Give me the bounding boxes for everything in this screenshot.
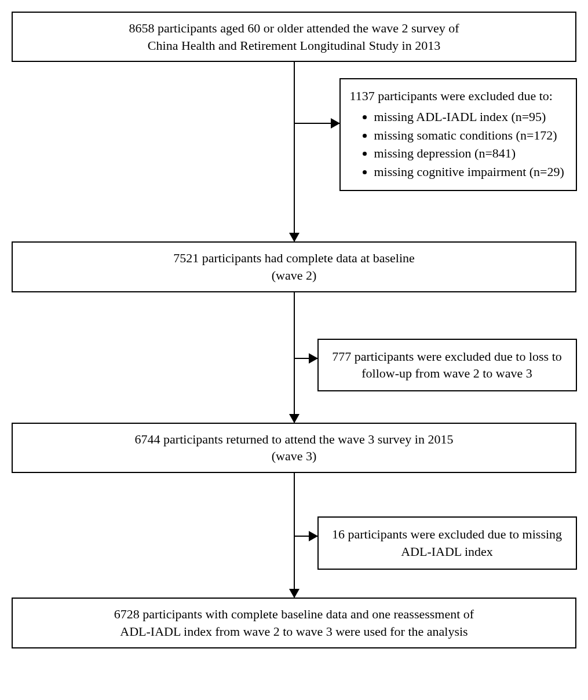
flow-node-wave3: 6744 participants returned to attend the…: [12, 423, 576, 473]
branch-1: [294, 123, 339, 124]
excl1-item-0: missing ADL-IADL index (n=95): [374, 108, 567, 126]
final-line2: ADL-IADL index from wave 2 to wave 3 wer…: [120, 624, 468, 639]
excl1-header: 1137 participants were excluded due to:: [350, 89, 553, 103]
flow-node-start: 8658 participants aged 60 or older atten…: [12, 12, 576, 62]
excl2-line1: 777 participants were excluded due to lo…: [332, 349, 562, 364]
arrow-1: [294, 62, 295, 241]
flow-node-final: 6728 participants with complete baseline…: [12, 598, 576, 648]
branch-2: [294, 358, 317, 359]
excl1-list: missing ADL-IADL index (n=95) missing so…: [350, 108, 567, 181]
excl3-line1: 16 participants were excluded due to mis…: [332, 527, 562, 541]
excl3-line2: ADL-IADL index: [401, 544, 493, 559]
wave3-line1: 6744 participants returned to attend the…: [135, 432, 454, 446]
start-line1: 8658 participants aged 60 or older atten…: [129, 21, 459, 35]
excl1-item-2: missing depression (n=841): [374, 145, 567, 162]
final-line1: 6728 participants with complete baseline…: [114, 607, 474, 621]
baseline-line2: (wave 2): [272, 268, 317, 283]
flow-node-excl2: 777 participants were excluded due to lo…: [317, 339, 577, 391]
flow-node-baseline: 7521 participants had complete data at b…: [12, 241, 576, 292]
excl1-item-3: missing cognitive impairment (n=29): [374, 163, 567, 181]
excl1-item-1: missing somatic conditions (n=172): [374, 127, 567, 144]
wave3-line2: (wave 3): [272, 449, 317, 463]
flow-node-excl1: 1137 participants were excluded due to: …: [339, 78, 577, 190]
branch-3: [294, 536, 317, 537]
start-line2: China Health and Retirement Longitudinal…: [148, 38, 440, 53]
flow-node-excl3: 16 participants were excluded due to mis…: [317, 516, 577, 569]
excl2-line2: follow-up from wave 2 to wave 3: [361, 366, 532, 380]
baseline-line1: 7521 participants had complete data at b…: [173, 251, 415, 265]
flowchart-container: 8658 participants aged 60 or older atten…: [12, 12, 576, 648]
